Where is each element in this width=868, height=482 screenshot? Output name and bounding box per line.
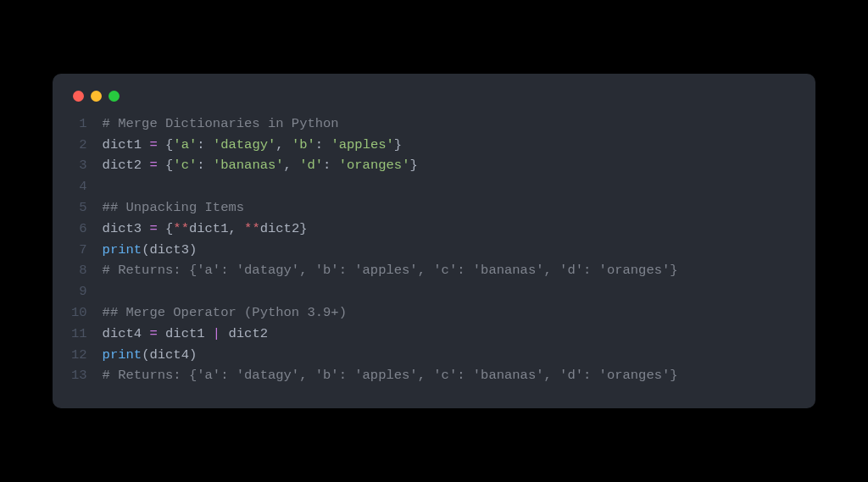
code-token: {	[165, 137, 173, 152]
line-number: 2	[71, 135, 103, 156]
code-token: :	[315, 137, 331, 152]
code-line: 10## Merge Operator (Python 3.9+)	[71, 302, 678, 324]
code-token: 'bananas'	[213, 158, 284, 173]
code-token: dict3	[103, 221, 150, 236]
code-line: 2dict1 = {'a': 'datagy', 'b': 'apples'}	[71, 135, 678, 156]
code-token: {	[165, 158, 173, 173]
code-line: 9	[71, 281, 678, 302]
code-block: 1# Merge Dictionaries in Python2dict1 = …	[71, 114, 678, 386]
code-token: |	[213, 326, 220, 341]
line-number: 10	[71, 302, 103, 324]
line-number: 5	[71, 197, 103, 219]
code-token: dict2	[103, 158, 150, 173]
line-content: dict1 = {'a': 'datagy', 'b': 'apples'}	[103, 135, 678, 156]
code-token: }	[409, 158, 417, 173]
code-token: dict1,	[189, 221, 244, 236]
code-token: :	[197, 158, 213, 173]
code-token: **	[173, 221, 189, 236]
code-token: dict4	[103, 326, 150, 341]
line-content: print(dict4)	[103, 345, 678, 366]
code-token: 'd'	[299, 158, 323, 173]
code-line: 11dict4 = dict1 | dict2	[71, 324, 678, 345]
window-titlebar	[71, 89, 797, 114]
code-token: 'datagy'	[213, 137, 275, 152]
line-content: # Merge Dictionaries in Python	[103, 114, 678, 135]
line-number: 4	[71, 176, 103, 197]
code-token: ## Merge Operator (Python 3.9+)	[103, 305, 347, 320]
line-content: ## Unpacking Items	[103, 197, 678, 219]
code-line: 13# Returns: {'a': 'datagy', 'b': 'apple…	[71, 365, 678, 386]
code-line: 5## Unpacking Items	[71, 197, 678, 219]
line-content: print(dict3)	[103, 240, 678, 261]
line-number: 3	[71, 155, 103, 176]
code-token: dict2	[260, 221, 300, 236]
code-line: 8# Returns: {'a': 'datagy', 'b': 'apples…	[71, 260, 678, 281]
code-token: 'a'	[173, 137, 197, 152]
code-token: =	[149, 221, 157, 236]
code-window: 1# Merge Dictionaries in Python2dict1 = …	[53, 74, 815, 408]
code-token: # Returns: {'a': 'datagy', 'b': 'apples'…	[103, 263, 678, 278]
line-number: 1	[71, 114, 103, 135]
line-content: ## Merge Operator (Python 3.9+)	[103, 302, 678, 324]
code-token: dict1	[103, 137, 150, 152]
line-content: dict3 = {**dict1, **dict2}	[103, 219, 678, 240]
window-close-icon[interactable]	[73, 91, 84, 102]
code-token	[158, 221, 165, 236]
code-token: print	[103, 347, 142, 363]
code-token: =	[149, 158, 157, 173]
code-token: **	[244, 221, 260, 236]
code-token: =	[149, 326, 157, 341]
line-number: 6	[71, 219, 103, 240]
line-content: dict2 = {'c': 'bananas', 'd': 'oranges'}	[103, 155, 678, 176]
code-token: # Merge Dictionaries in Python	[103, 116, 339, 131]
code-token: 'apples'	[331, 137, 393, 152]
code-token: 'b'	[292, 137, 315, 152]
line-number: 13	[71, 365, 103, 386]
line-content: dict4 = dict1 | dict2	[103, 324, 678, 345]
line-content: # Returns: {'a': 'datagy', 'b': 'apples'…	[103, 260, 678, 281]
line-number: 12	[71, 345, 103, 366]
code-line: 3dict2 = {'c': 'bananas', 'd': 'oranges'…	[71, 155, 678, 176]
window-zoom-icon[interactable]	[108, 91, 120, 102]
code-token: {	[165, 221, 173, 236]
code-line: 4	[71, 176, 678, 197]
code-token: }	[299, 221, 307, 236]
code-line: 7print(dict3)	[71, 240, 678, 261]
code-token: )	[189, 347, 197, 363]
line-number: 7	[71, 240, 103, 261]
code-token: dict2	[220, 326, 268, 341]
code-token: :	[197, 137, 213, 152]
line-number: 8	[71, 260, 103, 281]
code-token: =	[149, 137, 157, 152]
line-content	[103, 176, 678, 197]
code-token: dict3	[149, 242, 189, 258]
code-token: )	[189, 242, 197, 258]
code-token: print	[103, 242, 142, 258]
line-number: 9	[71, 281, 103, 302]
window-minimize-icon[interactable]	[91, 91, 102, 102]
line-content: # Returns: {'a': 'datagy', 'b': 'apples'…	[103, 365, 678, 386]
code-token: ,	[275, 137, 292, 152]
code-token: 'oranges'	[339, 158, 410, 173]
code-token: # Returns: {'a': 'datagy', 'b': 'apples'…	[103, 368, 678, 383]
code-line: 1# Merge Dictionaries in Python	[71, 114, 678, 135]
code-token: }	[394, 137, 402, 152]
code-token: 'c'	[173, 158, 197, 173]
stage: 1# Merge Dictionaries in Python2dict1 = …	[0, 0, 868, 482]
code-token: ## Unpacking Items	[103, 200, 244, 215]
line-number: 11	[71, 324, 103, 345]
code-token: ,	[284, 158, 300, 173]
code-token: :	[323, 158, 339, 173]
code-token: dict1	[158, 326, 213, 341]
code-token: dict4	[149, 347, 189, 363]
code-line: 12print(dict4)	[71, 345, 678, 366]
code-token	[158, 137, 165, 152]
code-line: 6dict3 = {**dict1, **dict2}	[71, 219, 678, 240]
code-token	[158, 158, 165, 173]
line-content	[103, 281, 678, 302]
